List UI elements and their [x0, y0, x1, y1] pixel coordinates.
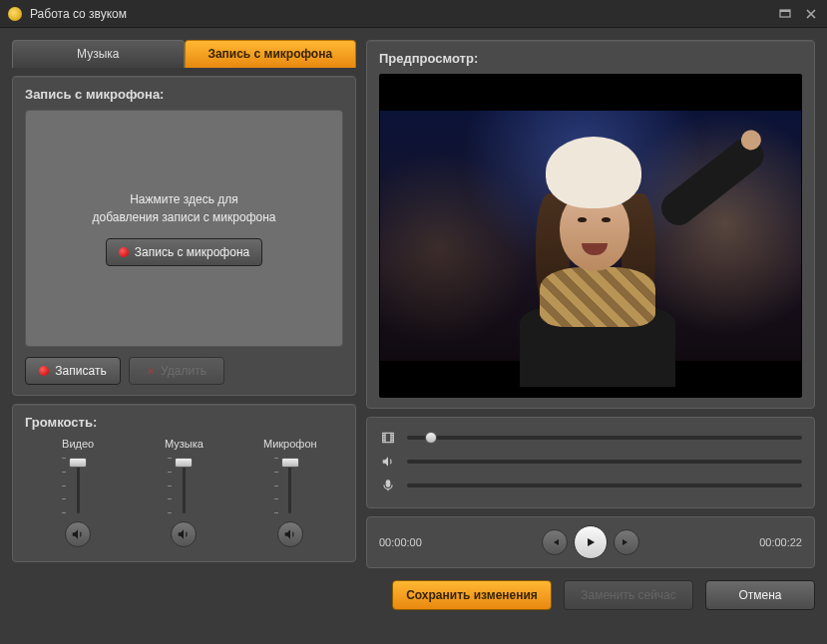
time-total: 00:00:22 [732, 536, 802, 548]
mute-music-button[interactable] [171, 521, 197, 547]
record-mic-button[interactable]: Запись с микрофона [106, 238, 262, 266]
time-current: 00:00:00 [379, 536, 449, 548]
slider-thumb[interactable] [281, 458, 299, 468]
slider-thumb[interactable] [69, 458, 87, 468]
mute-mic-button[interactable] [277, 521, 303, 547]
replace-now-button[interactable]: Заменить сейчас [564, 580, 693, 610]
record-icon [119, 247, 129, 257]
volume-mic-slider[interactable] [276, 458, 304, 513]
recording-drop-area[interactable]: Нажмите здесь для добавления записи с ми… [25, 110, 343, 347]
close-button[interactable] [803, 7, 819, 21]
titlebar: Работа со звуком [0, 0, 827, 28]
play-button[interactable] [574, 525, 608, 559]
slider-thumb[interactable] [425, 432, 437, 444]
prev-button[interactable] [542, 529, 568, 555]
cancel-button[interactable]: Отмена [705, 580, 815, 610]
audio-level-slider[interactable] [407, 460, 802, 464]
tabs: Музыка Запись с микрофона [12, 40, 356, 68]
preview-title: Предпросмотр: [379, 51, 802, 66]
tab-music[interactable]: Музыка [12, 40, 185, 68]
preview-video[interactable] [379, 74, 802, 398]
delete-button[interactable]: Удалить [129, 357, 224, 385]
track-sliders [366, 417, 815, 508]
mic-panel-title: Запись с микрофона: [25, 87, 343, 102]
next-button[interactable] [614, 529, 639, 555]
volume-title: Громкость: [25, 415, 343, 430]
minimize-button[interactable] [777, 7, 793, 21]
volume-panel: Громкость: Видео Музыка [12, 404, 356, 562]
recording-hint: Нажмите здесь для добавления записи с ми… [92, 190, 275, 226]
volume-video-slider[interactable] [64, 458, 92, 513]
slider-thumb[interactable] [175, 458, 193, 468]
app-icon [8, 7, 22, 21]
volume-music: Музыка [149, 438, 218, 547]
transport-panel: 00:00:00 00:00:22 [366, 516, 815, 568]
save-button[interactable]: Сохранить изменения [392, 580, 552, 610]
svg-rect-3 [386, 481, 390, 486]
preview-panel: Предпросмотр: [366, 40, 815, 409]
volume-music-slider[interactable] [170, 458, 198, 513]
mic-panel: Запись с микрофона: Нажмите здесь для до… [12, 76, 356, 396]
mute-video-button[interactable] [65, 521, 91, 547]
video-track-icon [379, 431, 397, 445]
record-button[interactable]: Записать [25, 357, 121, 385]
tab-mic[interactable]: Запись с микрофона [185, 40, 357, 68]
footer: Сохранить изменения Заменить сейчас Отме… [0, 568, 827, 622]
video-position-slider[interactable] [407, 436, 802, 440]
preview-frame [380, 111, 801, 361]
audio-track-icon [379, 455, 397, 469]
window-title: Работа со звуком [30, 7, 777, 21]
svg-rect-1 [780, 10, 790, 12]
record-icon [39, 366, 49, 376]
volume-mic: Микрофон [255, 438, 325, 547]
mic-track-icon [379, 479, 397, 492]
mic-level-slider[interactable] [407, 483, 802, 487]
volume-video: Видео [43, 438, 113, 547]
delete-icon [147, 364, 155, 378]
